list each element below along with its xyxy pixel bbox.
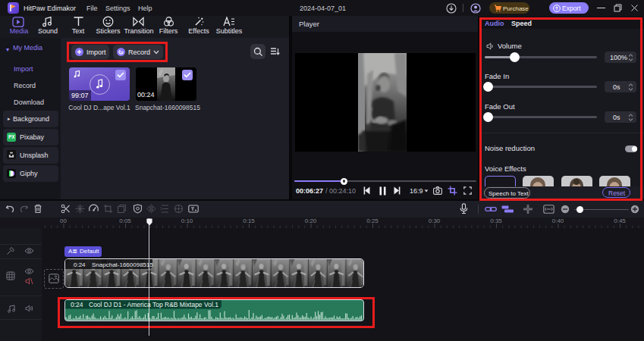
svg-text:Snapchat-1660098515: Snapchat-1660098515 <box>92 261 154 268</box>
svg-text:0:24: 0:24 <box>74 261 86 268</box>
